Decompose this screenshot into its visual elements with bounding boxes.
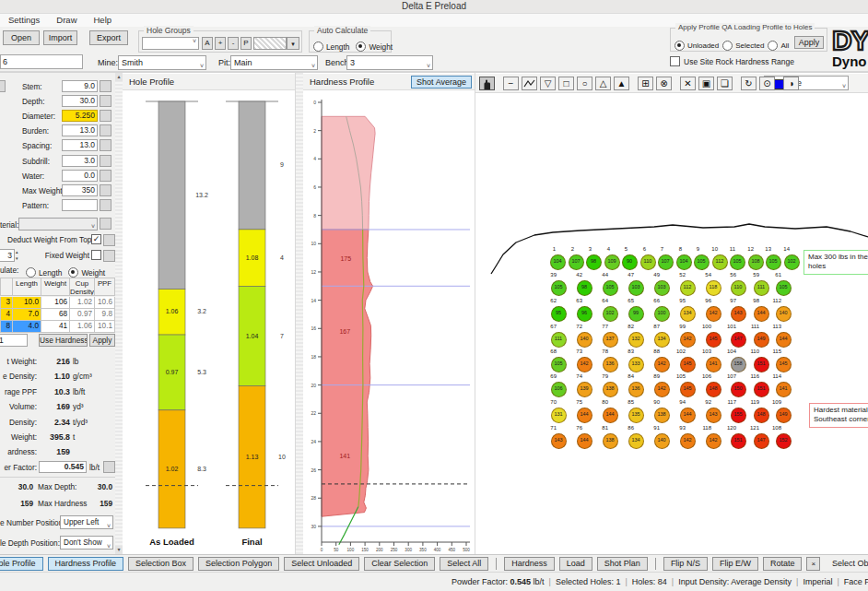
delete-tool-icon[interactable]: ✕	[680, 77, 696, 90]
rotate-tool-icon[interactable]: ↻	[741, 77, 757, 90]
hole-dot[interactable]: 144	[603, 408, 618, 423]
hole-dot[interactable]: 132	[628, 332, 644, 348]
powder-factor-button[interactable]	[103, 461, 115, 473]
deck-table-cell[interactable]: 3	[0, 297, 13, 309]
deck-table-cell[interactable]: 1.02	[70, 297, 95, 309]
scroll-arrow-icon[interactable]: ▾	[115, 546, 123, 554]
hole-dot[interactable]: 151	[754, 357, 769, 372]
deck-row-field[interactable]: 1	[0, 334, 28, 347]
hole-dot[interactable]: 136	[603, 357, 618, 372]
hole-dot[interactable]: 140	[654, 433, 670, 449]
hole-dot[interactable]: 148	[754, 408, 769, 423]
deck-table-cell[interactable]: 10.1	[95, 321, 115, 333]
auto-calc-weight-radio[interactable]: Weight	[356, 41, 393, 52]
hole-dot[interactable]: 145	[706, 332, 721, 348]
toolbar-open-button[interactable]: Open	[3, 30, 40, 45]
spinner-arrows-icon[interactable]: ▴▾	[16, 249, 18, 262]
polyline-tool-icon[interactable]	[522, 77, 537, 90]
hole-dot[interactable]: 134	[680, 306, 696, 322]
toolbar-import-button[interactable]: Import	[43, 30, 77, 45]
filled-square-tool-icon[interactable]: ▣	[698, 77, 714, 90]
splitter[interactable]: ▴▾	[115, 72, 123, 554]
hole-dot[interactable]: 102	[603, 306, 618, 322]
param-left-button[interactable]	[0, 80, 6, 92]
color-select[interactable]: Blue˅	[764, 76, 849, 90]
auto-calc-length-radio[interactable]: Length	[313, 41, 349, 52]
deck-table-cell[interactable]: 68	[41, 309, 70, 321]
param-field-pattern[interactable]	[62, 199, 98, 211]
canvas-annotation[interactable]: Hardest materialSoutheast corner	[809, 403, 868, 428]
hole-dot[interactable]: 105	[551, 357, 567, 372]
deck-table-cell[interactable]: 4	[0, 309, 13, 321]
bottom---button[interactable]: ×	[806, 557, 820, 571]
hole-dot[interactable]: 98	[577, 280, 592, 296]
hole-dot[interactable]: 105	[730, 254, 745, 270]
hole-dot[interactable]: 142	[680, 433, 696, 449]
deduct-button[interactable]	[103, 234, 115, 246]
deduct-weight-checkbox[interactable]: ✓	[91, 234, 101, 244]
hole-dot[interactable]: 138	[603, 433, 618, 449]
param-button[interactable]	[100, 184, 111, 196]
hole-dot[interactable]: 149	[776, 408, 792, 423]
bench-select[interactable]: 3˅	[346, 55, 433, 70]
hole-dot[interactable]: 134	[654, 332, 670, 348]
deck-table-cell[interactable]: 7.0	[13, 309, 41, 321]
pan-tool-icon[interactable]	[479, 77, 495, 90]
hole-groups-p-button[interactable]: P	[240, 37, 252, 50]
hole-dot[interactable]: 137	[603, 332, 618, 348]
pattern-dropdown-arrow-icon[interactable]: ▾	[287, 37, 299, 50]
hole-dot[interactable]: 145	[680, 382, 696, 397]
material-select[interactable]: ˅	[18, 218, 98, 230]
triangle-filled-tool-icon[interactable]: ▲	[614, 77, 629, 90]
param-button[interactable]	[100, 110, 111, 122]
hole-dot[interactable]: 145	[680, 357, 696, 372]
line-tool-icon[interactable]: −	[503, 77, 519, 90]
hole-dot[interactable]: 98	[586, 254, 602, 270]
hole-dot[interactable]: 148	[706, 382, 721, 397]
param-button[interactable]	[100, 199, 111, 211]
menu-settings[interactable]: Settings	[0, 14, 48, 27]
bottom-flip-e-w-button[interactable]: Flip E/W	[712, 557, 758, 571]
fixed-weight-button[interactable]	[103, 250, 115, 262]
hole-dot[interactable]: 133	[628, 357, 644, 372]
menu-draw[interactable]: Draw	[48, 14, 85, 27]
hole-dot[interactable]: 138	[654, 408, 670, 423]
scroll-arrow-icon[interactable]: ▴	[115, 73, 123, 81]
hole-dot[interactable]: 95	[551, 306, 567, 322]
hole-dot[interactable]: 110	[731, 280, 746, 296]
hole-dot[interactable]: 147	[754, 433, 769, 449]
hole-dot[interactable]: 142	[577, 357, 592, 372]
hole-dot[interactable]: 109	[604, 254, 620, 270]
triangle-down-tool-icon[interactable]: ▽	[540, 77, 556, 90]
param-field-burden[interactable]: 13.0	[62, 124, 98, 136]
bottom-select-all-button[interactable]: Select All	[440, 557, 488, 571]
hole-dot[interactable]: 105	[776, 280, 792, 296]
half-fill-tool-icon[interactable]: ◑	[783, 77, 799, 90]
hole-dot[interactable]: 144	[754, 306, 769, 322]
hole-dot[interactable]: 99	[628, 306, 644, 322]
param-field-water[interactable]: 0.0	[62, 170, 98, 182]
hole-dot[interactable]: 105	[694, 254, 710, 270]
bottom-selection-polygon-button[interactable]: Selection Polygon	[198, 557, 279, 571]
param-button[interactable]	[100, 155, 111, 167]
table-apply-button[interactable]: Apply	[89, 334, 115, 347]
hole-dot[interactable]: 145	[776, 357, 792, 372]
bottom-flip-n-s-button[interactable]: Flip N/S	[663, 557, 708, 571]
param-button[interactable]	[100, 80, 111, 92]
param-button[interactable]	[100, 139, 111, 151]
deck-table-cell[interactable]: 10.6	[95, 297, 115, 309]
hole-dot[interactable]: 107	[569, 254, 584, 270]
apply-profile-all-radio[interactable]: All	[768, 41, 789, 51]
hole-dot[interactable]: 158	[731, 357, 746, 372]
hole-dot[interactable]: 118	[706, 280, 721, 296]
hole-dot[interactable]: 103	[628, 280, 644, 296]
hole-dot[interactable]: 90	[622, 254, 638, 270]
material-button[interactable]	[100, 218, 111, 230]
hole-dot[interactable]: 147	[731, 332, 746, 348]
pattern-swatch[interactable]	[253, 37, 287, 50]
deck-table-cell[interactable]: 8	[0, 321, 13, 333]
deck-table-cell[interactable]: 106	[41, 297, 70, 309]
param-field-stem[interactable]: 9.0	[62, 80, 98, 92]
hole-dot[interactable]: 105	[603, 280, 618, 296]
bottom-rotate-button[interactable]: Rotate	[763, 557, 803, 571]
